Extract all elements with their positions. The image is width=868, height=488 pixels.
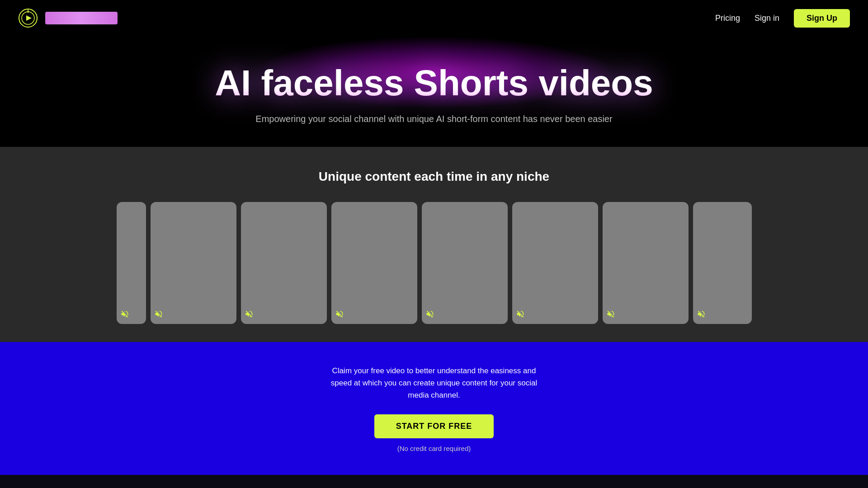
navbar-right: Pricing Sign in Sign Up xyxy=(715,9,850,28)
svg-point-3 xyxy=(27,11,29,13)
logo-icon xyxy=(18,8,38,28)
video-card-5 xyxy=(422,202,508,324)
mute-icon-3[interactable] xyxy=(245,310,254,320)
navbar-left xyxy=(18,8,118,28)
video-section-title: Unique content each time in any niche xyxy=(9,169,859,184)
mute-icon-5[interactable] xyxy=(425,310,434,320)
video-card-3 xyxy=(241,202,327,324)
cta-description: Claim your free video to better understa… xyxy=(321,365,547,402)
video-card-8 xyxy=(693,202,752,324)
mute-icon-6[interactable] xyxy=(516,310,525,320)
cta-section: Claim your free video to better understa… xyxy=(0,342,868,475)
mute-icon-8[interactable] xyxy=(697,310,706,320)
pricing-link[interactable]: Pricing xyxy=(715,14,740,23)
cta-note: (No credit card required) xyxy=(9,445,859,452)
mute-icon-4[interactable] xyxy=(335,310,344,320)
video-grid xyxy=(9,202,859,324)
signin-link[interactable]: Sign in xyxy=(755,14,779,23)
mute-icon-1[interactable] xyxy=(120,310,129,320)
mute-icon-2[interactable] xyxy=(154,310,163,320)
hero-section: AI faceless Shorts videos Empowering you… xyxy=(0,36,868,147)
svg-marker-2 xyxy=(26,15,32,21)
video-card-7 xyxy=(603,202,689,324)
video-card-4 xyxy=(331,202,417,324)
video-card-1 xyxy=(117,202,146,324)
hero-subtitle: Empowering your social channel with uniq… xyxy=(9,114,859,124)
video-section: Unique content each time in any niche xyxy=(0,147,868,342)
logo-text xyxy=(45,12,118,24)
video-card-2 xyxy=(151,202,236,324)
mute-icon-7[interactable] xyxy=(606,310,615,320)
video-card-6 xyxy=(512,202,598,324)
hero-title: AI faceless Shorts videos xyxy=(9,63,859,103)
signup-button[interactable]: Sign Up xyxy=(794,9,850,28)
start-free-button[interactable]: START FOR FREE xyxy=(374,414,494,438)
workflow-section: WORKFLOW xyxy=(0,475,868,488)
navbar: Pricing Sign in Sign Up xyxy=(0,0,868,36)
